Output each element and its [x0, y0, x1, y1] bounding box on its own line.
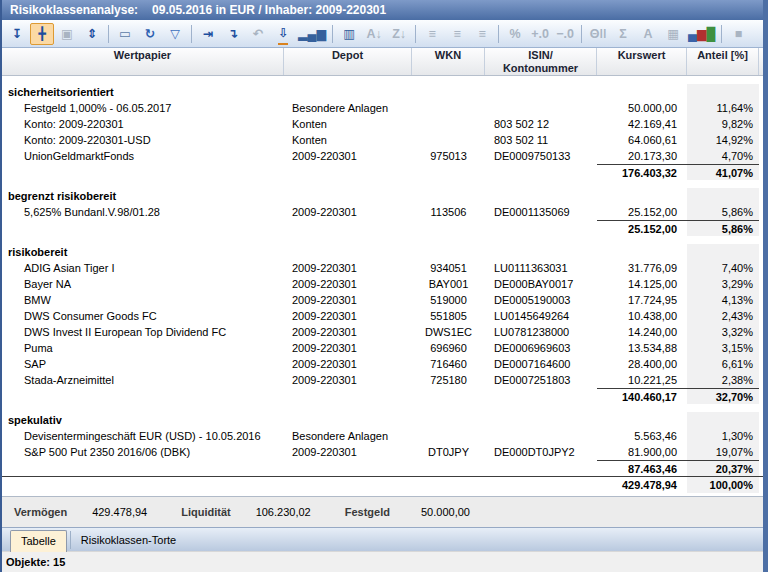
table-row[interactable]: 5,625% Bundanl.V.98/01.282009-2203011135…	[2, 204, 763, 220]
anteil-cell: 14,92%	[687, 132, 759, 148]
group-header-row[interactable]: risikobereit	[2, 244, 763, 260]
summary-bar: Vermögen429.478,94Liquidität106.230,02Fe…	[2, 496, 763, 527]
group-subtotal-row[interactable]: 87.463,4620,37%	[2, 460, 763, 476]
tab-risikoklassen-torte[interactable]: Risikoklassen-Torte	[70, 531, 186, 549]
group-subtotal-row[interactable]: 176.403,3241,07%	[2, 164, 763, 180]
table-row[interactable]: DWS Invest II European Top Dividend FC20…	[2, 324, 763, 340]
subtotal-anteil-cell: 32,70%	[687, 388, 759, 404]
window-title-context: 09.05.2016 in EUR / Inhaber: 2009-220301	[152, 3, 386, 17]
column-header-anteil[interactable]: Anteil [%]	[687, 48, 759, 75]
group-subtotal-row[interactable]: 25.152,005,86%	[2, 220, 763, 236]
kurswert-cell: 14.240,00	[597, 324, 687, 340]
jump-down-icon[interactable]: ⇩	[271, 23, 295, 45]
table-row[interactable]: Festgeld 1,000% - 06.05.2017Besondere An…	[2, 100, 763, 116]
kurswert-cell: 31.776,09	[597, 260, 687, 276]
kurswert-cell: 17.724,95	[597, 292, 687, 308]
expand-level-icon[interactable]: ↧	[5, 23, 29, 45]
column-header-label: Wertpapier	[114, 49, 171, 62]
anteil-cell: 4,70%	[687, 148, 759, 164]
chart-icon[interactable]: ▄▆█	[686, 23, 717, 45]
filter-settings-icon[interactable]: ▽	[163, 23, 187, 45]
table-row[interactable]: UnionGeldmarktFonds2009-220301975013DE00…	[2, 148, 763, 164]
wertpapier-cell: UnionGeldmarktFonds	[2, 148, 284, 164]
filler-cell	[759, 276, 763, 292]
tab-label: Tabelle	[21, 535, 56, 547]
group-header-row[interactable]: begrenzt risikobereit	[2, 188, 763, 204]
chart-update-icon[interactable]: ▂▄▆	[296, 23, 328, 45]
isin-cell: 803 502 12	[485, 116, 597, 132]
filler-cell	[759, 444, 763, 460]
tab-tabelle[interactable]: Tabelle	[10, 530, 67, 552]
table-row[interactable]: BMW2009-220301519000DE000519000317.724,9…	[2, 292, 763, 308]
table-row[interactable]: Bayer NA2009-220301BAY001DE000BAY001714.…	[2, 276, 763, 292]
column-header-kurswert[interactable]: Kurswert	[597, 48, 687, 75]
kurswert-cell: 81.900,00	[597, 444, 687, 460]
column-header-wkn[interactable]: WKN	[412, 48, 485, 75]
filler-cell	[759, 308, 763, 324]
wertpapier-cell: Konto: 2009-220301-USD	[2, 132, 284, 148]
table-row[interactable]: Konto: 2009-220301-USDKonten803 502 1164…	[2, 132, 763, 148]
toolbar-separator	[108, 25, 109, 43]
subtotal-anteil-cell: 41,07%	[687, 164, 759, 180]
anteil-cell: 3,15%	[687, 340, 759, 356]
isin-cell: DE0009750133	[485, 148, 597, 164]
zoom-selection-icon: ▣	[55, 23, 79, 45]
insert-column-icon[interactable]: ⇥	[196, 23, 220, 45]
depot-cell: 2009-220301	[284, 308, 412, 324]
kurswert-cell: 64.060,61	[597, 132, 687, 148]
toolbar-separator	[721, 25, 722, 43]
table-row[interactable]: SAP2009-220301716460DE000716460028.400,0…	[2, 356, 763, 372]
column-header-label: ISIN/	[528, 49, 552, 62]
table-row[interactable]: DWS Consumer Goods FC2009-220301551805LU…	[2, 308, 763, 324]
summary-item: Vermögen429.478,94	[14, 506, 181, 518]
column-header-wertpapier[interactable]: Wertpapier	[2, 48, 284, 75]
group-subtotal-row[interactable]: 140.460,1732,70%	[2, 388, 763, 404]
empty-cell	[2, 460, 597, 476]
anteil-cell: 2,43%	[687, 308, 759, 324]
wkn-cell: 725180	[412, 372, 485, 388]
tab-label: Risikoklassen-Torte	[81, 534, 176, 546]
empty-cell	[2, 164, 597, 180]
subtotal-kurswert-cell: 140.460,17	[597, 388, 687, 404]
subtotal-kurswert-cell: 87.463,46	[597, 460, 687, 476]
window-title-app: Risikoklassenanalyse:	[10, 3, 138, 17]
table-row[interactable]: S&P 500 Put 2350 2016/06 (DBK)2009-22030…	[2, 444, 763, 460]
table-row[interactable]: Stada-Arzneimittel2009-220301725180DE000…	[2, 372, 763, 388]
isin-cell: DE0007251803	[485, 372, 597, 388]
fit-width-icon[interactable]: ▭	[113, 23, 137, 45]
anteil-cell: 2,38%	[687, 372, 759, 388]
depot-cell: 2009-220301	[284, 372, 412, 388]
title-bar: Risikoklassenanalyse: 09.05.2016 in EUR …	[2, 0, 763, 20]
depot-cell: 2009-220301	[284, 340, 412, 356]
empty-cell	[2, 220, 597, 236]
depot-cell: 2009-220301	[284, 324, 412, 340]
refresh-icon[interactable]: ↻	[138, 23, 162, 45]
filler-cell	[759, 204, 763, 220]
fit-to-window-icon[interactable]: ╋	[30, 23, 54, 45]
anteil-cell: 6,61%	[687, 356, 759, 372]
fit-height-icon[interactable]: ⇕	[80, 23, 104, 45]
table-body: sicherheitsorientiertFestgeld 1,000% - 0…	[2, 76, 763, 496]
column-header-depot[interactable]: Depot	[284, 48, 412, 75]
group-label: risikobereit	[2, 244, 687, 260]
table-header: Wertpapier Depot WKN ISIN/ Kontonummer K…	[2, 48, 763, 76]
isin-cell: DE0001135069	[485, 204, 597, 220]
wkn-cell	[412, 428, 485, 444]
insert-row-icon[interactable]: ↴	[221, 23, 245, 45]
table-total-row[interactable]: 429.478,94100,00%	[2, 476, 763, 493]
table-row[interactable]: ADIG Asian Tiger I2009-220301934051LU011…	[2, 260, 763, 276]
table-row[interactable]: Puma2009-220301696960DE000696960313.534,…	[2, 340, 763, 356]
column-select-icon[interactable]: ▥	[337, 23, 361, 45]
subtotal-kurswert-cell: 176.403,32	[597, 164, 687, 180]
column-header-isin[interactable]: ISIN/ Kontonummer	[485, 48, 597, 75]
wkn-cell: 696960	[412, 340, 485, 356]
toolbar-separator	[332, 25, 333, 43]
summary-item: Liquidität106.230,02	[181, 506, 345, 518]
tab-strip: Tabelle Risikoklassen-Torte	[2, 527, 763, 551]
table-row[interactable]: Konto: 2009-220301Konten803 502 1242.169…	[2, 116, 763, 132]
group-header-row[interactable]: spekulativ	[2, 412, 763, 428]
table-row[interactable]: Devisentermingeschäft EUR (USD) - 10.05.…	[2, 428, 763, 444]
group-header-row[interactable]: sicherheitsorientiert	[2, 84, 763, 100]
depot-cell: Besondere Anlagen	[284, 428, 412, 444]
wkn-cell: 716460	[412, 356, 485, 372]
